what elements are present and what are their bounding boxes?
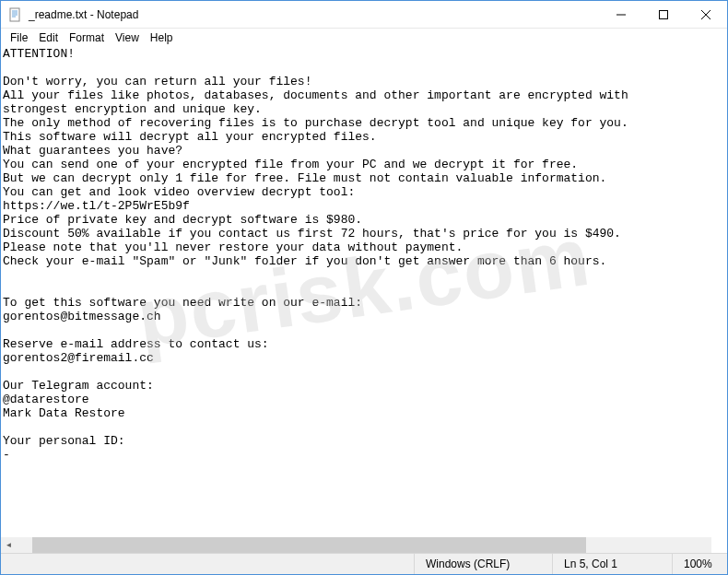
- minimize-button[interactable]: [600, 1, 642, 29]
- menu-edit[interactable]: Edit: [33, 29, 64, 46]
- status-encoding: Windows (CRLF): [414, 554, 552, 574]
- maximize-button[interactable]: [642, 1, 685, 29]
- statusbar: Windows (CRLF) Ln 5, Col 1 100%: [1, 553, 727, 574]
- status-zoom: 100%: [672, 554, 727, 574]
- window-controls: [600, 1, 727, 28]
- document-text[interactable]: ATTENTION! Don't worry, you can return a…: [1, 47, 727, 462]
- close-button[interactable]: [685, 1, 727, 29]
- titlebar: _readme.txt - Notepad: [1, 1, 727, 29]
- window-title: _readme.txt - Notepad: [29, 8, 600, 21]
- menu-view[interactable]: View: [110, 29, 145, 46]
- text-editor-area[interactable]: ATTENTION! Don't worry, you can return a…: [1, 47, 727, 553]
- menu-format[interactable]: Format: [64, 29, 110, 46]
- horizontal-scrollbar[interactable]: ◄: [1, 537, 711, 553]
- menu-file[interactable]: File: [5, 29, 33, 46]
- menu-help[interactable]: Help: [145, 29, 179, 46]
- notepad-icon: [8, 7, 23, 22]
- svg-rect-6: [660, 11, 668, 19]
- scroll-thumb-h[interactable]: [32, 537, 586, 553]
- status-position: Ln 5, Col 1: [552, 554, 672, 574]
- scroll-left-arrow[interactable]: ◄: [1, 537, 17, 553]
- menubar: File Edit Format View Help: [1, 29, 727, 47]
